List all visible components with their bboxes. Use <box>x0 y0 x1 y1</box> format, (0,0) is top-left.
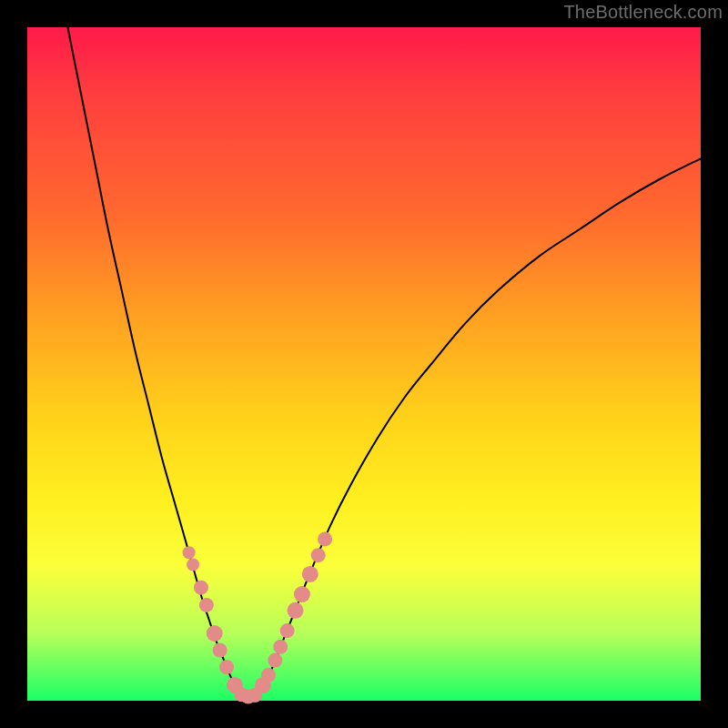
curve-right-curve <box>257 158 701 696</box>
marker-dot <box>311 548 326 562</box>
chart-svg <box>0 0 728 728</box>
marker-dot <box>273 640 288 654</box>
chart-stage: TheBottleneck.com <box>0 0 728 728</box>
marker-dot <box>183 546 196 559</box>
marker-dot <box>207 625 223 642</box>
marker-dot <box>187 559 199 571</box>
marker-dot <box>268 653 282 668</box>
marker-dot <box>261 668 276 682</box>
marker-dot <box>280 623 295 638</box>
marker-dot <box>302 566 318 582</box>
marker-dot <box>288 602 304 619</box>
curve-left-curve <box>67 27 242 697</box>
marker-dot <box>294 586 310 602</box>
marker-dot <box>199 598 214 612</box>
marker-dot <box>213 643 228 658</box>
watermark-text: TheBottleneck.com <box>563 2 723 23</box>
marker-dot <box>194 581 208 595</box>
marker-dot <box>219 660 234 674</box>
marker-dot <box>318 531 332 546</box>
